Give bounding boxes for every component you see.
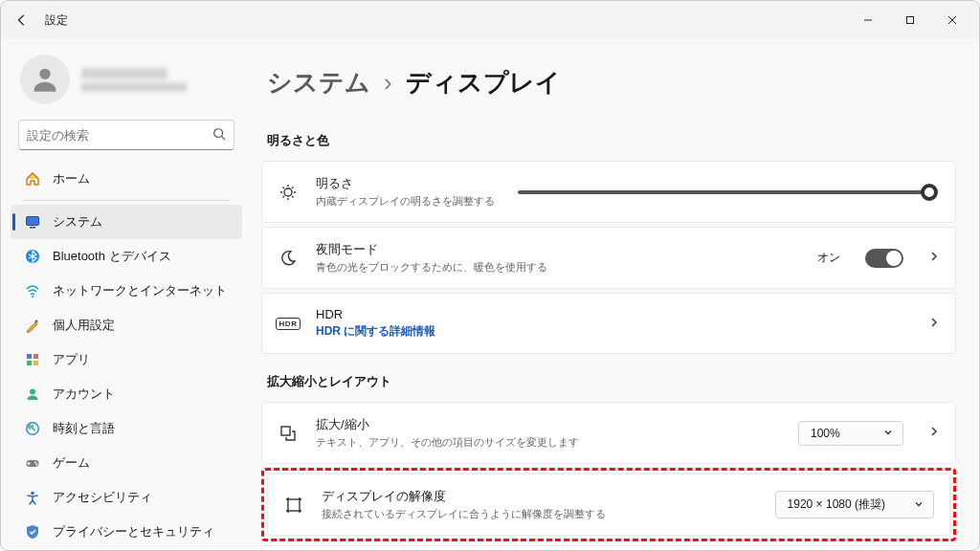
svg-point-15 — [34, 462, 36, 464]
chevron-right-icon — [928, 251, 940, 265]
toggle-label: オン — [817, 250, 840, 266]
close-button[interactable] — [931, 6, 973, 34]
sidebar-item-accessibility[interactable]: アクセシビリティ — [11, 480, 242, 515]
sidebar-item-accounts[interactable]: アカウント — [11, 377, 242, 411]
search-icon — [212, 127, 226, 143]
sidebar-item-label: Bluetooth とデバイス — [53, 248, 171, 265]
svg-point-2 — [214, 128, 223, 137]
svg-point-6 — [32, 296, 33, 298]
accessibility-icon — [24, 490, 41, 505]
chevron-down-icon — [883, 427, 893, 440]
dropdown-value: 100% — [811, 427, 840, 440]
hdr-icon: HDR — [278, 318, 299, 330]
sidebar-item-system[interactable]: システム — [11, 205, 242, 239]
user-info — [81, 68, 187, 92]
home-icon — [24, 171, 41, 187]
main-content: システム › ディスプレイ 明るさと色 明るさ 内蔵ディスプレイの明るさを調整す… — [252, 39, 979, 550]
window-controls — [847, 6, 973, 34]
breadcrumb-current: ディスプレイ — [406, 66, 561, 99]
sidebar-item-time[interactable]: 時刻と言語 — [11, 411, 242, 446]
network-icon — [24, 283, 41, 298]
sidebar-item-label: アカウント — [53, 386, 115, 403]
svg-point-1 — [39, 69, 50, 79]
resolution-icon — [283, 496, 304, 515]
svg-rect-10 — [33, 361, 38, 365]
sidebar-item-label: システム — [53, 213, 102, 231]
title-bar: 設定 — [1, 1, 979, 39]
chevron-right-icon: › — [384, 68, 392, 98]
hdr-link[interactable]: HDR に関する詳細情報 — [316, 323, 435, 340]
breadcrumb: システム › ディスプレイ — [261, 66, 956, 99]
row-nightlight[interactable]: 夜間モード 青色の光をブロックするために、暖色を使用する オン — [261, 227, 956, 289]
svg-point-18 — [284, 188, 292, 196]
time-icon — [24, 421, 41, 436]
user-email-hidden — [81, 82, 187, 92]
sidebar-item-label: 個人用設定 — [53, 317, 115, 334]
breadcrumb-parent[interactable]: システム — [267, 66, 370, 99]
maximize-button[interactable] — [889, 6, 931, 34]
sidebar-item-label: アクセシビリティ — [53, 489, 152, 506]
svg-rect-7 — [27, 354, 32, 359]
accounts-icon — [24, 386, 41, 402]
sidebar: ホーム システム Bluetooth とデバイス ネットワークとインターネット … — [1, 39, 252, 550]
row-resolution[interactable]: ディスプレイの解像度 接続されているディスプレイに合うように解像度を調整する 1… — [267, 474, 950, 536]
search-input[interactable] — [27, 128, 212, 143]
sidebar-item-label: ホーム — [53, 170, 90, 187]
chevron-right-icon — [928, 317, 940, 331]
nav-divider — [22, 200, 231, 201]
resolution-dropdown[interactable]: 1920 × 1080 (推奨) — [775, 491, 934, 518]
svg-rect-8 — [33, 354, 38, 359]
nav-list: ホーム システム Bluetooth とデバイス ネットワークとインターネット … — [5, 162, 248, 550]
svg-point-11 — [30, 389, 35, 395]
brightness-slider[interactable] — [518, 190, 934, 194]
sidebar-item-privacy[interactable]: プライバシーとセキュリティ — [11, 515, 242, 549]
system-icon — [24, 214, 41, 230]
section-header-brightness: 明るさと色 — [267, 132, 956, 149]
window-title: 設定 — [45, 12, 68, 29]
section-header-scale: 拡大縮小とレイアウト — [267, 373, 956, 390]
nightlight-icon — [278, 249, 299, 268]
row-brightness[interactable]: 明るさ 内蔵ディスプレイの明るさを調整する — [261, 161, 956, 223]
row-scale[interactable]: 拡大/縮小 テキスト、アプリ、その他の項目のサイズを変更します 100% — [261, 402, 956, 464]
svg-rect-4 — [30, 227, 35, 229]
sidebar-item-label: プライバシーとセキュリティ — [53, 523, 214, 540]
svg-point-16 — [36, 464, 38, 466]
row-title: 明るさ — [316, 175, 495, 192]
svg-rect-3 — [27, 217, 39, 226]
sidebar-item-label: 時刻と言語 — [53, 420, 115, 437]
user-block[interactable] — [5, 51, 248, 120]
minimize-button[interactable] — [847, 6, 889, 34]
scale-icon — [278, 424, 299, 443]
personalization-icon — [24, 318, 41, 333]
slider-thumb[interactable] — [921, 184, 938, 201]
svg-point-13 — [28, 424, 32, 430]
sidebar-item-home[interactable]: ホーム — [11, 162, 242, 196]
apps-icon — [24, 352, 41, 367]
svg-rect-19 — [281, 427, 290, 435]
back-button[interactable] — [9, 7, 35, 33]
sidebar-item-apps[interactable]: アプリ — [11, 342, 242, 377]
sidebar-item-gaming[interactable]: ゲーム — [11, 446, 242, 480]
sidebar-item-personalization[interactable]: 個人用設定 — [11, 308, 242, 342]
avatar — [20, 55, 70, 104]
svg-rect-20 — [288, 499, 300, 511]
scale-dropdown[interactable]: 100% — [798, 421, 903, 446]
row-orientation[interactable]: 画面の向き 横 — [261, 545, 956, 550]
bluetooth-icon — [24, 249, 41, 264]
resolution-highlight: ディスプレイの解像度 接続されているディスプレイに合うように解像度を調整する 1… — [261, 468, 956, 541]
sidebar-item-label: ネットワークとインターネット — [53, 282, 227, 299]
sidebar-item-bluetooth[interactable]: Bluetooth とデバイス — [11, 239, 242, 274]
row-hdr[interactable]: HDR HDR HDR に関する詳細情報 — [261, 293, 956, 354]
chevron-right-icon — [928, 426, 940, 440]
privacy-icon — [24, 524, 41, 540]
row-title: ディスプレイの解像度 — [322, 488, 606, 505]
sidebar-item-update[interactable]: Windows Update — [11, 549, 242, 550]
dropdown-value: 1920 × 1080 (推奨) — [788, 496, 885, 513]
row-title: HDR — [316, 307, 435, 321]
sidebar-item-label: ゲーム — [53, 454, 90, 472]
search-box[interactable] — [18, 120, 234, 150]
row-desc: 青色の光をブロックするために、暖色を使用する — [316, 260, 547, 275]
chevron-down-icon — [914, 498, 924, 512]
sidebar-item-network[interactable]: ネットワークとインターネット — [11, 274, 242, 308]
nightlight-toggle[interactable] — [865, 249, 903, 268]
